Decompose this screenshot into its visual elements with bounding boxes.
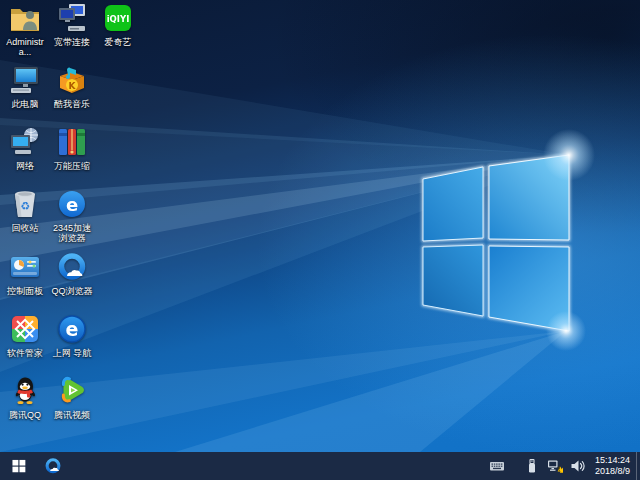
desktop-icon-label: 软件管家 — [7, 348, 43, 358]
desktop-icon-this-pc[interactable]: 此电脑 — [2, 64, 48, 109]
tray-icon-area — [482, 458, 586, 474]
broadband-icon — [56, 2, 88, 34]
this-pc-icon — [9, 64, 41, 96]
desktop-icon-label: QQ浏览器 — [51, 286, 92, 296]
desktop-icon-control-panel[interactable]: 控制面板 — [2, 251, 48, 296]
taskbar-pinned-apps — [38, 452, 68, 480]
volume-icon[interactable] — [570, 458, 586, 474]
control-panel-icon — [9, 251, 41, 283]
desktop-icon-kuwo-music[interactable]: 酷我音乐 — [49, 64, 95, 109]
show-desktop-button[interactable] — [636, 452, 640, 480]
kuwo-music-icon — [56, 64, 88, 96]
system-tray: 15:14:24 2018/8/9 — [482, 452, 640, 480]
desktop-icon-label: 爱奇艺 — [105, 37, 132, 47]
desktop-icon-recycle-bin[interactable]: 回收站 — [2, 188, 48, 233]
desktop-icon-web-nav[interactable]: 上网 导航 — [49, 313, 95, 358]
desktop-icon-software-manager[interactable]: 软件管家 — [2, 313, 48, 358]
desktop-icon-label: 上网 导航 — [53, 348, 92, 358]
desktop-icon-label: 宽带连接 — [54, 37, 90, 47]
recycle-bin-icon — [9, 188, 41, 220]
desktop-icon-label: 腾讯视频 — [54, 410, 90, 420]
taskbar-app-qq-browser[interactable] — [38, 452, 68, 480]
desktop-icon-qq-browser[interactable]: QQ浏览器 — [49, 251, 95, 296]
network-warning-icon[interactable] — [547, 458, 563, 474]
windows-logo-icon — [12, 459, 26, 473]
desktop-icon-label: 回收站 — [12, 223, 39, 233]
compressor-icon — [56, 126, 88, 158]
usb-device-icon[interactable] — [524, 458, 540, 474]
desktop-icon-browser-2345[interactable]: 2345加速浏览器 — [49, 188, 95, 243]
qq-browser-icon — [56, 251, 88, 283]
desktop-icon-label: 酷我音乐 — [54, 99, 90, 109]
taskbar: 15:14:24 2018/8/9 — [0, 452, 640, 480]
start-button[interactable] — [0, 452, 38, 480]
tencent-qq-icon — [9, 375, 41, 407]
windows-desktop: iQIYI K — [0, 0, 640, 480]
desktop-icon-tencent-video[interactable]: 腾讯视频 — [49, 375, 95, 420]
desktop-icon-label: 腾讯QQ — [9, 410, 41, 420]
desktop-icon-label: 控制面板 — [7, 286, 43, 296]
clock-time: 15:14:24 — [595, 455, 630, 466]
desktop-icon-label: 2345加速浏览器 — [49, 223, 95, 243]
network-icon — [9, 126, 41, 158]
desktop-icon-label: Administra... — [2, 37, 48, 57]
user-folder-icon — [9, 2, 41, 34]
desktop-icon-tencent-qq[interactable]: 腾讯QQ — [2, 375, 48, 420]
desktop-icon-label: 万能压缩 — [54, 161, 90, 171]
desktop-icon-user-folder[interactable]: Administra... — [2, 2, 48, 57]
desktop-icon-label: 网络 — [16, 161, 34, 171]
web-nav-icon — [56, 313, 88, 345]
software-manager-icon — [9, 313, 41, 345]
wallpaper — [0, 0, 640, 452]
desktop-icon-network[interactable]: 网络 — [2, 126, 48, 171]
taskbar-clock[interactable]: 15:14:24 2018/8/9 — [595, 455, 630, 477]
browser-2345-icon — [56, 188, 88, 220]
desktop-icon-compressor[interactable]: 万能压缩 — [49, 126, 95, 171]
clock-date: 2018/8/9 — [595, 466, 630, 477]
touch-keyboard-icon[interactable] — [489, 458, 505, 474]
iqiyi-icon — [102, 2, 134, 34]
wallpaper-hero-graphic — [0, 0, 640, 452]
desktop-icon-iqiyi[interactable]: 爱奇艺 — [95, 2, 141, 47]
desktop-icon-broadband[interactable]: 宽带连接 — [49, 2, 95, 47]
tencent-video-icon — [56, 375, 88, 407]
desktop-icon-label: 此电脑 — [12, 99, 39, 109]
qq-browser-icon — [44, 457, 62, 475]
